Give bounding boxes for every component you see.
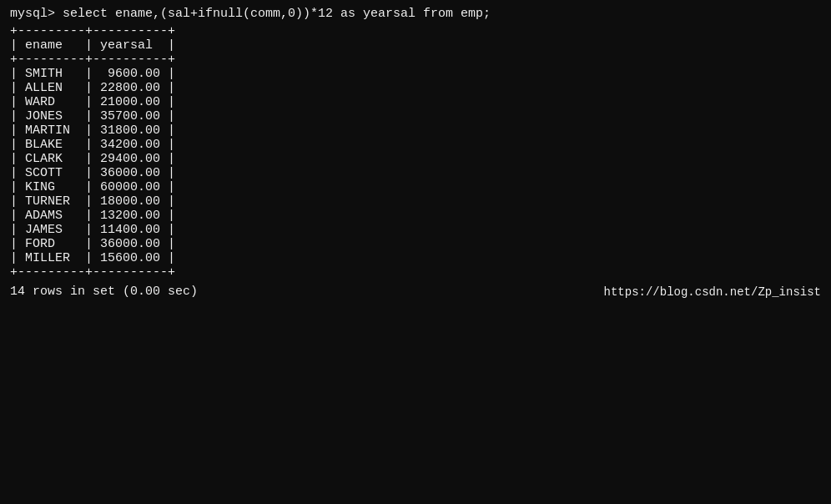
table-rows: | SMITH | 9600.00 || ALLEN | 22800.00 ||… <box>10 67 821 265</box>
table-row: | SCOTT | 36000.00 | <box>10 166 821 180</box>
table-row: | ALLEN | 22800.00 | <box>10 81 821 95</box>
table-row: | ADAMS | 13200.00 | <box>10 209 821 223</box>
table-header: | ename | yearsal | <box>10 38 821 53</box>
table-row: | SMITH | 9600.00 | <box>10 67 821 81</box>
table-row: | CLARK | 29400.00 | <box>10 152 821 166</box>
footer: 14 rows in set (0.00 sec) https://blog.c… <box>10 285 821 299</box>
footer-result-text: 14 rows in set (0.00 sec) <box>10 285 198 299</box>
table-row: | WARD | 21000.00 | <box>10 95 821 109</box>
footer-url: https://blog.csdn.net/Zp_insist <box>604 285 821 299</box>
table-border-bottom: +---------+----------+ <box>10 265 821 280</box>
table-row: | KING | 60000.00 | <box>10 180 821 194</box>
table-row: | MARTIN | 31800.00 | <box>10 123 821 138</box>
command-line: mysql> select ename,(sal+ifnull(comm,0))… <box>10 7 821 21</box>
table-row: | BLAKE | 34200.00 | <box>10 138 821 152</box>
table-row: | JAMES | 11400.00 | <box>10 223 821 237</box>
table-row: | JONES | 35700.00 | <box>10 109 821 123</box>
table-border-mid: +---------+----------+ <box>10 53 821 67</box>
terminal-window: mysql> select ename,(sal+ifnull(comm,0))… <box>10 7 821 497</box>
table-border-top: +---------+----------+ <box>10 24 821 38</box>
table-row: | TURNER | 18000.00 | <box>10 194 821 209</box>
table-row: | MILLER | 15600.00 | <box>10 251 821 265</box>
table-row: | FORD | 36000.00 | <box>10 237 821 251</box>
table-container: +---------+----------+ | ename | yearsal… <box>10 24 821 280</box>
